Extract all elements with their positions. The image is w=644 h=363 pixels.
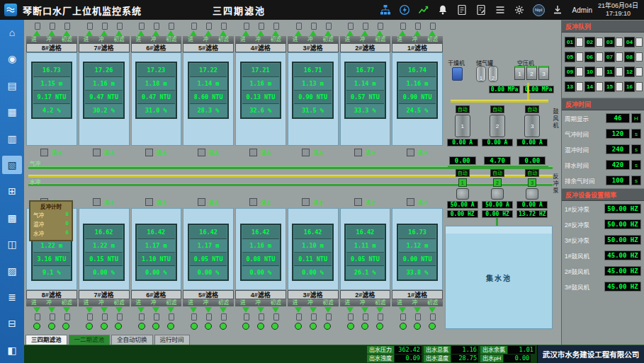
queue-cell[interactable]: 06: [584, 52, 603, 62]
drain-cap-icon[interactable]: [101, 323, 108, 330]
outlet-valve-icon[interactable]: [198, 198, 205, 206]
filter-unit[interactable]: 清水 16.42 1.17 m 0.05 NTU 0.00 % 5#滤格: [183, 195, 234, 332]
filter-unit[interactable]: 进 冲 初滤 8#滤格 16.73 1.15 m 9.17 NTU 4.2 %: [26, 22, 77, 159]
outlet-valve-icon[interactable]: [407, 149, 414, 156]
outlet-valve-icon[interactable]: [93, 149, 101, 156]
valve-icon[interactable]: [309, 23, 317, 36]
filter-unit[interactable]: 进 冲 初滤 3#滤格 16.71 1.13 m 0.90 NTU 31.5 %: [288, 22, 339, 159]
sidebar-item[interactable]: ⊞: [2, 182, 22, 200]
user-label[interactable]: Admin: [572, 6, 592, 14]
valve-icon[interactable]: [294, 23, 303, 36]
filter-basin[interactable]: 16.42 1.10 m 0.11 NTU 0.00 %: [288, 208, 339, 290]
freq-setting-value[interactable]: 45.00 HZ: [604, 282, 641, 292]
compressor-unit[interactable]: 1: [514, 66, 525, 80]
filter-unit[interactable]: 进 冲 初滤 5#滤格 17.22 1.14 m 8.60 NTU 28.3 %: [183, 22, 234, 159]
sidebar-item[interactable]: ⊟: [2, 314, 22, 333]
valve-icon[interactable]: [152, 307, 160, 321]
compressor-unit[interactable]: 3: [538, 66, 549, 80]
outlet-valve-icon[interactable]: [407, 198, 414, 206]
filter-basin[interactable]: 17.21 1.16 m 0.13 NTU 32.6 %: [235, 52, 286, 146]
queue-cell[interactable]: 01: [565, 37, 583, 47]
energy-icon[interactable]: [399, 4, 411, 16]
backwash-pump-unit[interactable]: 自动 2 50.00 A 0.00 HZ: [482, 169, 513, 218]
outlet-valve-icon[interactable]: [302, 149, 310, 156]
valve-icon[interactable]: [242, 23, 250, 36]
valve-icon[interactable]: [294, 307, 303, 321]
valve-icon[interactable]: [204, 307, 213, 321]
sidebar-item[interactable]: ◫: [2, 235, 22, 253]
valve-icon[interactable]: [189, 23, 198, 36]
filter-unit[interactable]: 进 冲 初滤 4#滤格 17.21 1.16 m 0.13 NTU 32.6 %: [235, 22, 286, 159]
brand-icon[interactable]: Nipl: [533, 4, 545, 16]
drain-cap-icon[interactable]: [152, 323, 159, 330]
report-icon[interactable]: [456, 4, 468, 16]
valve-icon[interactable]: [428, 307, 436, 321]
log-icon[interactable]: [475, 4, 487, 16]
queue-cell[interactable]: 14: [584, 81, 603, 92]
sidebar-item[interactable]: ⌂: [2, 23, 22, 42]
auto-mode-badge[interactable]: 自动: [456, 169, 470, 177]
valve-icon[interactable]: [100, 307, 108, 321]
valve-icon[interactable]: [47, 23, 56, 36]
drain-cap-icon[interactable]: [138, 323, 145, 330]
filter-basin[interactable]: 16.42 1.11 m 0.05 NTU 26.1 %: [340, 208, 391, 290]
air-tank-unit[interactable]: 1: [476, 66, 486, 82]
sidebar-item[interactable]: ▧: [2, 156, 22, 174]
menu-icon[interactable]: [495, 4, 507, 16]
blower-unit[interactable]: 自动 2 0.00 A: [482, 105, 513, 146]
filter-basin[interactable]: 17.23 1.18 m 0.47 NTU 31.0 %: [131, 52, 182, 146]
outlet-valve-icon[interactable]: [249, 198, 257, 206]
valve-icon[interactable]: [361, 23, 369, 36]
backwash-pump-unit[interactable]: 自动 3 0.00 A 13.72 HZ: [516, 169, 548, 218]
valve-icon[interactable]: [204, 23, 213, 36]
blower-unit[interactable]: 自动 1 0.00 A: [447, 105, 478, 146]
outlet-valve-icon[interactable]: [198, 149, 205, 156]
time-setting-value[interactable]: 100: [606, 175, 630, 185]
queue-cell[interactable]: 02: [584, 37, 603, 47]
valve-icon[interactable]: [256, 307, 265, 321]
freq-setting-value[interactable]: 45.00 HZ: [604, 250, 641, 260]
valve-icon[interactable]: [271, 23, 280, 36]
valve-icon[interactable]: [324, 23, 332, 36]
queue-cell[interactable]: 12: [624, 67, 643, 77]
queue-cell[interactable]: 10: [584, 67, 603, 77]
filter-basin[interactable]: 16.73 1.12 m 0.00 NTU 33.8 %: [392, 208, 443, 290]
sidebar-item[interactable]: ▤: [2, 76, 22, 95]
valve-icon[interactable]: [428, 23, 436, 36]
filter-unit[interactable]: 清水 16.73 1.12 m 0.00 NTU 33.8 % 1#滤格: [392, 195, 443, 332]
sidebar-item[interactable]: ▩: [2, 209, 22, 227]
time-setting-value[interactable]: 240: [606, 144, 630, 154]
valve-icon[interactable]: [85, 307, 94, 321]
filter-basin[interactable]: 16.77 1.14 m 0.57 NTU 33.3 %: [340, 52, 391, 146]
filter-unit[interactable]: 进 冲 初滤 7#滤格 17.26 1.16 m 9.47 NTU 30.2 %: [79, 22, 130, 159]
filter-unit[interactable]: 进 冲 初滤 1#滤格 16.74 1.16 m 0.90 NTU 24.5 %: [392, 22, 443, 159]
valve-icon[interactable]: [115, 307, 123, 321]
auto-mode-badge[interactable]: 自动: [490, 105, 504, 113]
valve-icon[interactable]: [33, 23, 41, 36]
drain-cap-icon[interactable]: [429, 323, 436, 330]
page-tab[interactable]: 运行时间: [154, 335, 190, 345]
outlet-valve-icon[interactable]: [145, 149, 153, 156]
alarm-icon[interactable]: [437, 4, 449, 16]
queue-cell[interactable]: 03: [604, 37, 623, 47]
drain-cap-icon[interactable]: [400, 323, 407, 330]
outlet-valve-icon[interactable]: [354, 198, 362, 206]
filter-unit[interactable]: 清水 16.42 1.16 m 0.08 NTU 0.00 % 4#滤格: [235, 195, 286, 332]
filter-basin[interactable]: 16.42 1.17 m 0.05 NTU 0.00 %: [183, 208, 234, 290]
valve-icon[interactable]: [324, 307, 332, 321]
valve-icon[interactable]: [398, 23, 407, 36]
page-tab[interactable]: 一二期滤池: [69, 335, 111, 345]
valve-icon[interactable]: [137, 23, 145, 36]
filter-unit[interactable]: 清水 16.42 1.17 m 1.10 NTU 0.00 % 6#滤格: [131, 195, 182, 332]
valve-icon[interactable]: [189, 307, 198, 321]
page-tab[interactable]: 三四期滤池: [26, 335, 67, 345]
sidebar-item[interactable]: ▨: [2, 262, 22, 280]
filter-basin[interactable]: 16.42 1.17 m 1.10 NTU 0.00 %: [131, 208, 182, 290]
valve-icon[interactable]: [166, 307, 175, 321]
drain-cap-icon[interactable]: [220, 323, 227, 330]
settings-icon[interactable]: [514, 4, 526, 16]
outlet-valve-icon[interactable]: [354, 149, 362, 156]
freq-setting-value[interactable]: 50.00 HZ: [604, 219, 641, 229]
outlet-valve-icon[interactable]: [302, 198, 310, 206]
filter-basin[interactable]: 16.73 1.15 m 9.17 NTU 4.2 %: [26, 52, 77, 146]
